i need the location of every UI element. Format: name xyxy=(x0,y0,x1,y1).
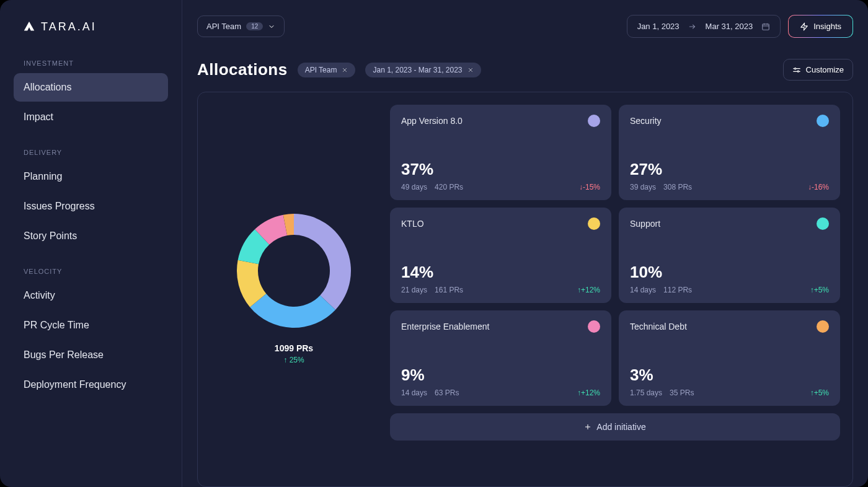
card-color-dot xyxy=(817,115,829,127)
donut-chart-wrap: 1099 PRs ↑ 25% xyxy=(210,105,378,472)
card-percentage: 14% xyxy=(401,263,600,282)
nav-bugs-per-release[interactable]: Bugs Per Release xyxy=(14,341,168,369)
donut-chart xyxy=(235,212,353,330)
nav-issues-progress[interactable]: Issues Progress xyxy=(14,192,168,221)
donut-total: 1099 PRs xyxy=(275,343,313,353)
card-percentage: 27% xyxy=(630,160,829,179)
nav-allocations[interactable]: Allocations xyxy=(14,73,168,102)
card-percentage: 10% xyxy=(630,263,829,282)
card-color-dot xyxy=(588,217,600,230)
allocation-card[interactable]: Enterprise Enablement9%14 days63 PRs↑+12… xyxy=(390,310,611,406)
allocation-card[interactable]: Support10%14 days112 PRs↑+5% xyxy=(619,208,840,303)
card-title: Technical Debt xyxy=(630,322,687,331)
team-name: API Team xyxy=(206,22,241,31)
add-initiative-button[interactable]: Add initiative xyxy=(390,413,840,441)
card-percentage: 37% xyxy=(401,160,600,179)
date-to: Mar 31, 2023 xyxy=(706,22,753,31)
card-color-dot xyxy=(588,320,600,333)
card-prs: 308 PRs xyxy=(663,183,692,191)
date-range-picker[interactable]: Jan 1, 2023 Mar 31, 2023 xyxy=(627,15,781,38)
insights-label: Insights xyxy=(813,22,841,31)
filter-chip-team[interactable]: API Team xyxy=(298,63,356,77)
allocation-card[interactable]: KTLO14%21 days161 PRs↑+12% xyxy=(390,208,611,303)
svg-rect-1 xyxy=(763,24,769,29)
chevron-down-icon xyxy=(268,23,275,30)
donut-slice[interactable] xyxy=(294,214,351,310)
card-change: ↑+5% xyxy=(810,388,829,397)
page-title: Allocations xyxy=(197,60,288,79)
calendar-icon xyxy=(761,22,770,31)
card-title: Enterprise Enablement xyxy=(401,322,489,331)
nav-impact[interactable]: Impact xyxy=(14,103,168,131)
close-icon[interactable] xyxy=(342,67,348,73)
nav-deployment-frequency[interactable]: Deployment Frequency xyxy=(14,371,168,399)
card-change: ↓-15% xyxy=(579,183,600,191)
bolt-icon xyxy=(800,22,808,31)
brand-logo: TARA.AI xyxy=(14,20,168,33)
card-days: 21 days xyxy=(401,286,427,294)
card-title: Security xyxy=(630,116,662,126)
page-header: Allocations API Team Jan 1, 2023 - Mar 3… xyxy=(197,59,853,81)
chip-label: Jan 1, 2023 - Mar 31, 2023 xyxy=(373,66,462,74)
nav-section-label: INVESTMENT xyxy=(14,59,168,73)
card-days: 14 days xyxy=(401,388,427,397)
card-days: 14 days xyxy=(630,286,656,294)
date-from: Jan 1, 2023 xyxy=(637,22,680,31)
nav-pr-cycle-time[interactable]: PR Cycle Time xyxy=(14,311,168,340)
card-days: 49 days xyxy=(401,183,427,191)
arrow-right-icon xyxy=(688,22,697,31)
nav-section-label: DELIVERY xyxy=(14,149,168,162)
svg-point-10 xyxy=(794,68,795,69)
nav-planning[interactable]: Planning xyxy=(14,162,168,191)
card-prs: 35 PRs xyxy=(670,388,694,397)
allocation-card[interactable]: App Version 8.037%49 days420 PRs↓-15% xyxy=(390,105,611,200)
team-selector[interactable]: API Team 12 xyxy=(197,15,285,37)
allocation-card[interactable]: Security27%39 days308 PRs↓-16% xyxy=(619,105,840,200)
card-title: Support xyxy=(630,219,660,229)
card-percentage: 3% xyxy=(630,366,829,385)
card-change: ↑+5% xyxy=(810,286,829,294)
filter-chip-daterange[interactable]: Jan 1, 2023 - Mar 31, 2023 xyxy=(365,63,480,77)
card-days: 39 days xyxy=(630,183,656,191)
card-days: 1.75 days xyxy=(630,388,662,397)
svg-point-11 xyxy=(797,71,799,72)
card-change: ↑+12% xyxy=(577,388,600,397)
brand-name: TARA.AI xyxy=(41,20,97,33)
brand-logo-icon xyxy=(22,20,36,33)
topbar: API Team 12 Jan 1, 2023 Mar 31, 2023 Ins… xyxy=(197,15,853,38)
card-prs: 112 PRs xyxy=(663,286,692,294)
nav-story-points[interactable]: Story Points xyxy=(14,222,168,250)
card-change: ↑+12% xyxy=(577,286,600,294)
card-prs: 63 PRs xyxy=(435,388,459,397)
card-prs: 420 PRs xyxy=(435,183,463,191)
plus-icon xyxy=(584,423,591,431)
donut-caption: 1099 PRs ↑ 25% xyxy=(275,343,313,364)
card-title: App Version 8.0 xyxy=(401,116,463,126)
app-root: TARA.AI INVESTMENT Allocations Impact DE… xyxy=(0,0,868,487)
nav-activity[interactable]: Activity xyxy=(14,281,168,310)
sidebar: TARA.AI INVESTMENT Allocations Impact DE… xyxy=(0,0,182,487)
customize-label: Customize xyxy=(806,65,844,74)
nav-section-delivery: DELIVERY Planning Issues Progress Story … xyxy=(14,149,168,252)
svg-marker-5 xyxy=(801,23,808,30)
main: API Team 12 Jan 1, 2023 Mar 31, 2023 Ins… xyxy=(182,0,868,487)
nav-section-velocity: VELOCITY Activity PR Cycle Time Bugs Per… xyxy=(14,268,168,400)
card-percentage: 9% xyxy=(401,366,600,385)
allocation-card[interactable]: Technical Debt3%1.75 days35 PRs↑+5% xyxy=(619,310,840,406)
donut-change: ↑ 25% xyxy=(275,356,313,364)
card-change: ↓-16% xyxy=(808,183,829,191)
card-color-dot xyxy=(817,320,829,333)
card-color-dot xyxy=(817,217,829,230)
allocations-panel: 1099 PRs ↑ 25% App Version 8.037%49 days… xyxy=(197,92,853,487)
card-title: KTLO xyxy=(401,219,424,229)
sliders-icon xyxy=(792,66,801,74)
team-count-badge: 12 xyxy=(246,22,263,30)
card-color-dot xyxy=(588,115,600,127)
donut-slice[interactable] xyxy=(250,294,335,328)
nav-section-investment: INVESTMENT Allocations Impact xyxy=(14,59,168,133)
nav-section-label: VELOCITY xyxy=(14,268,168,281)
chip-label: API Team xyxy=(305,66,337,74)
close-icon[interactable] xyxy=(467,67,474,73)
customize-button[interactable]: Customize xyxy=(783,59,853,81)
insights-button[interactable]: Insights xyxy=(788,15,853,38)
